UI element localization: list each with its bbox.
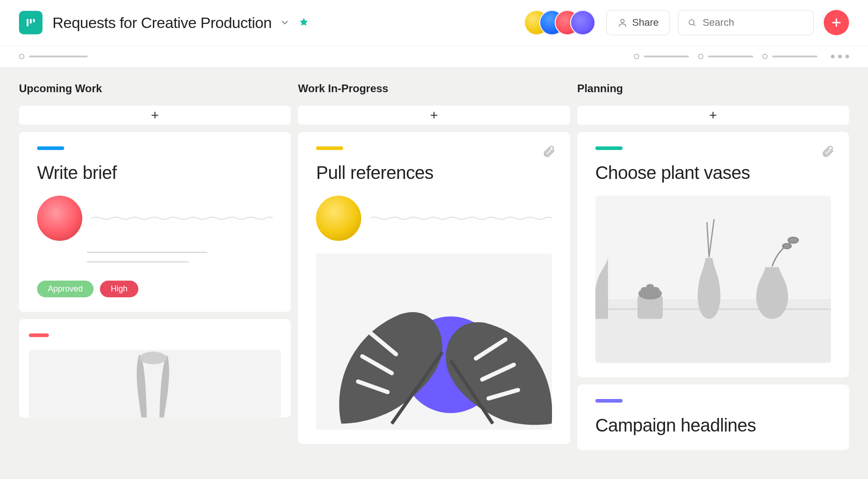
divider-wavy [370, 216, 552, 221]
tag-approved[interactable]: Approved [37, 281, 94, 297]
search-box[interactable] [678, 10, 814, 35]
svg-rect-2 [33, 19, 35, 22]
card-write-brief[interactable]: Write brief Approved High [19, 132, 291, 312]
card-title: Pull references [316, 163, 552, 183]
app-logo[interactable] [19, 11, 42, 34]
status-stripe [595, 146, 623, 150]
svg-point-28 [783, 244, 791, 249]
column-title: Work In-Progress [298, 82, 570, 95]
collaborator-stack[interactable] [524, 10, 595, 35]
card-pull-references[interactable]: Pull references [298, 132, 570, 444]
card-choose-plant-vases[interactable]: Choose plant vases [577, 132, 849, 377]
svg-line-5 [693, 24, 695, 26]
scrubber-segment[interactable] [634, 54, 689, 59]
status-stripe [37, 146, 64, 150]
attachment-icon[interactable] [821, 145, 835, 159]
column-title: Upcoming Work [19, 82, 291, 95]
svg-rect-0 [27, 19, 28, 26]
column-upcoming: Upcoming Work + Write brief Approved Hig… [19, 82, 291, 465]
card-image-only[interactable] [19, 319, 291, 418]
add-card-button[interactable]: + [577, 106, 849, 125]
divider-wavy [91, 216, 273, 221]
timeline-scrubber [0, 46, 868, 68]
header-bar: Requests for Creative Production Share [0, 0, 868, 46]
add-card-button[interactable]: + [298, 106, 570, 125]
share-label: Share [632, 17, 659, 28]
svg-line-25 [707, 222, 709, 257]
column-title: Planning [577, 82, 849, 95]
card-title: Campaign headlines [595, 415, 831, 436]
card-campaign-headlines[interactable]: Campaign headlines [577, 385, 849, 450]
scrubber-segment[interactable] [698, 54, 753, 59]
svg-point-3 [621, 19, 624, 23]
scrubber-segment[interactable] [762, 54, 817, 59]
plus-icon [831, 17, 842, 28]
favorite-star-icon[interactable] [299, 17, 310, 28]
card-title: Write brief [37, 163, 273, 183]
page-title: Requests for Creative Production [52, 14, 272, 32]
status-stripe [29, 333, 49, 337]
share-button[interactable]: Share [606, 10, 670, 35]
tag-high[interactable]: High [100, 281, 138, 297]
assignee-avatar[interactable] [316, 196, 361, 241]
svg-point-27 [788, 237, 798, 243]
status-stripe [595, 399, 623, 403]
column-in-progress: Work In-Progress + Pull references [298, 82, 570, 465]
kanban-board: Upcoming Work + Write brief Approved Hig… [0, 68, 868, 479]
svg-point-24 [646, 284, 654, 289]
svg-line-26 [709, 219, 714, 257]
card-title: Choose plant vases [595, 163, 831, 183]
svg-point-4 [689, 20, 694, 25]
add-card-button[interactable]: + [19, 106, 291, 125]
more-icon[interactable] [831, 55, 849, 58]
column-planning: Planning + Choose plant vases [577, 82, 849, 465]
card-thumbnail [316, 253, 552, 430]
status-stripe [316, 146, 343, 150]
attachment-icon[interactable] [542, 145, 557, 159]
svg-rect-1 [30, 19, 32, 23]
card-thumbnail [595, 196, 831, 363]
card-thumbnail [29, 350, 281, 418]
svg-point-9 [140, 352, 167, 364]
collaborator-avatar[interactable] [570, 10, 595, 35]
assignee-avatar[interactable] [37, 196, 82, 241]
search-icon [688, 18, 696, 28]
placeholder-text [37, 252, 273, 263]
create-button[interactable] [824, 10, 849, 35]
title-dropdown[interactable] [279, 17, 291, 28]
scrubber-segment[interactable] [19, 54, 88, 59]
search-input[interactable] [703, 17, 804, 28]
